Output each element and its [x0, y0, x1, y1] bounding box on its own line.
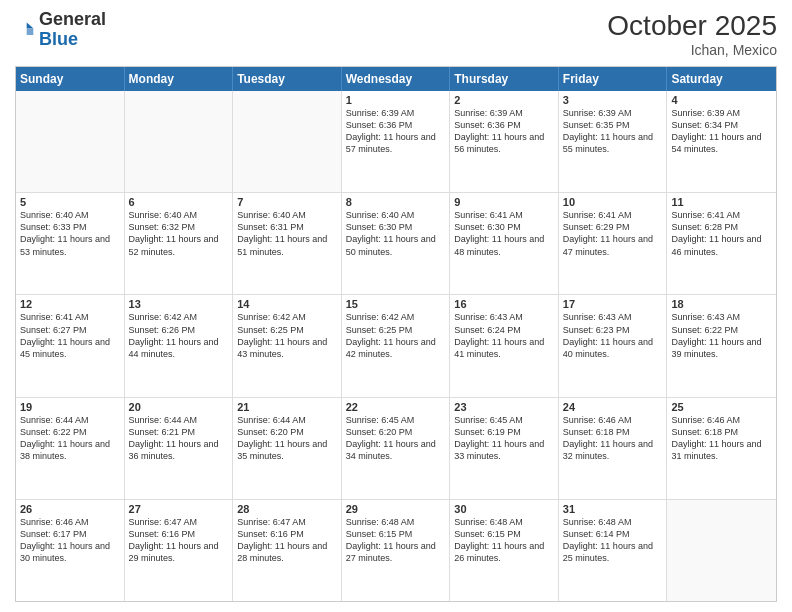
- calendar-cell: 6Sunrise: 6:40 AMSunset: 6:32 PMDaylight…: [125, 193, 234, 294]
- calendar-cell: 14Sunrise: 6:42 AMSunset: 6:25 PMDayligh…: [233, 295, 342, 396]
- cell-details: Sunrise: 6:41 AMSunset: 6:28 PMDaylight:…: [671, 209, 772, 258]
- cell-details: Sunrise: 6:46 AMSunset: 6:18 PMDaylight:…: [671, 414, 772, 463]
- day-number: 29: [346, 503, 446, 515]
- calendar: SundayMondayTuesdayWednesdayThursdayFrid…: [15, 66, 777, 602]
- calendar-cell: 19Sunrise: 6:44 AMSunset: 6:22 PMDayligh…: [16, 398, 125, 499]
- calendar-cell: 29Sunrise: 6:48 AMSunset: 6:15 PMDayligh…: [342, 500, 451, 601]
- cell-details: Sunrise: 6:39 AMSunset: 6:36 PMDaylight:…: [346, 107, 446, 156]
- calendar-cell: 11Sunrise: 6:41 AMSunset: 6:28 PMDayligh…: [667, 193, 776, 294]
- day-number: 3: [563, 94, 663, 106]
- calendar-cell: 27Sunrise: 6:47 AMSunset: 6:16 PMDayligh…: [125, 500, 234, 601]
- day-of-week-header: Sunday: [16, 67, 125, 91]
- cell-details: Sunrise: 6:39 AMSunset: 6:36 PMDaylight:…: [454, 107, 554, 156]
- cell-details: Sunrise: 6:43 AMSunset: 6:23 PMDaylight:…: [563, 311, 663, 360]
- calendar-row: 12Sunrise: 6:41 AMSunset: 6:27 PMDayligh…: [16, 295, 776, 397]
- day-of-week-header: Thursday: [450, 67, 559, 91]
- calendar-cell: 7Sunrise: 6:40 AMSunset: 6:31 PMDaylight…: [233, 193, 342, 294]
- cell-details: Sunrise: 6:42 AMSunset: 6:25 PMDaylight:…: [237, 311, 337, 360]
- calendar-cell: 13Sunrise: 6:42 AMSunset: 6:26 PMDayligh…: [125, 295, 234, 396]
- cell-details: Sunrise: 6:48 AMSunset: 6:15 PMDaylight:…: [454, 516, 554, 565]
- cell-details: Sunrise: 6:47 AMSunset: 6:16 PMDaylight:…: [237, 516, 337, 565]
- calendar-cell: 18Sunrise: 6:43 AMSunset: 6:22 PMDayligh…: [667, 295, 776, 396]
- location-subtitle: Ichan, Mexico: [607, 42, 777, 58]
- day-number: 31: [563, 503, 663, 515]
- day-number: 13: [129, 298, 229, 310]
- calendar-cell: 26Sunrise: 6:46 AMSunset: 6:17 PMDayligh…: [16, 500, 125, 601]
- cell-details: Sunrise: 6:48 AMSunset: 6:15 PMDaylight:…: [346, 516, 446, 565]
- calendar-cell: 4Sunrise: 6:39 AMSunset: 6:34 PMDaylight…: [667, 91, 776, 192]
- header: General Blue October 2025 Ichan, Mexico: [15, 10, 777, 58]
- calendar-header: SundayMondayTuesdayWednesdayThursdayFrid…: [16, 67, 776, 91]
- calendar-cell: 30Sunrise: 6:48 AMSunset: 6:15 PMDayligh…: [450, 500, 559, 601]
- cell-details: Sunrise: 6:41 AMSunset: 6:30 PMDaylight:…: [454, 209, 554, 258]
- title-block: October 2025 Ichan, Mexico: [607, 10, 777, 58]
- calendar-cell: [233, 91, 342, 192]
- cell-details: Sunrise: 6:48 AMSunset: 6:14 PMDaylight:…: [563, 516, 663, 565]
- day-number: 11: [671, 196, 772, 208]
- logo-general-text: General: [39, 9, 106, 29]
- calendar-cell: 2Sunrise: 6:39 AMSunset: 6:36 PMDaylight…: [450, 91, 559, 192]
- day-number: 4: [671, 94, 772, 106]
- cell-details: Sunrise: 6:43 AMSunset: 6:24 PMDaylight:…: [454, 311, 554, 360]
- calendar-cell: 23Sunrise: 6:45 AMSunset: 6:19 PMDayligh…: [450, 398, 559, 499]
- calendar-cell: [667, 500, 776, 601]
- day-number: 1: [346, 94, 446, 106]
- cell-details: Sunrise: 6:39 AMSunset: 6:34 PMDaylight:…: [671, 107, 772, 156]
- cell-details: Sunrise: 6:40 AMSunset: 6:31 PMDaylight:…: [237, 209, 337, 258]
- calendar-row: 1Sunrise: 6:39 AMSunset: 6:36 PMDaylight…: [16, 91, 776, 193]
- day-number: 16: [454, 298, 554, 310]
- calendar-row: 19Sunrise: 6:44 AMSunset: 6:22 PMDayligh…: [16, 398, 776, 500]
- calendar-cell: 5Sunrise: 6:40 AMSunset: 6:33 PMDaylight…: [16, 193, 125, 294]
- day-number: 17: [563, 298, 663, 310]
- cell-details: Sunrise: 6:46 AMSunset: 6:17 PMDaylight:…: [20, 516, 120, 565]
- month-year-title: October 2025: [607, 10, 777, 42]
- cell-details: Sunrise: 6:43 AMSunset: 6:22 PMDaylight:…: [671, 311, 772, 360]
- day-number: 28: [237, 503, 337, 515]
- day-of-week-header: Tuesday: [233, 67, 342, 91]
- page: General Blue October 2025 Ichan, Mexico …: [0, 0, 792, 612]
- logo: General Blue: [15, 10, 106, 50]
- calendar-row: 5Sunrise: 6:40 AMSunset: 6:33 PMDaylight…: [16, 193, 776, 295]
- day-number: 24: [563, 401, 663, 413]
- calendar-cell: 15Sunrise: 6:42 AMSunset: 6:25 PMDayligh…: [342, 295, 451, 396]
- day-number: 9: [454, 196, 554, 208]
- cell-details: Sunrise: 6:45 AMSunset: 6:20 PMDaylight:…: [346, 414, 446, 463]
- logo-text: General Blue: [39, 10, 106, 50]
- cell-details: Sunrise: 6:41 AMSunset: 6:29 PMDaylight:…: [563, 209, 663, 258]
- day-number: 21: [237, 401, 337, 413]
- day-number: 26: [20, 503, 120, 515]
- cell-details: Sunrise: 6:40 AMSunset: 6:33 PMDaylight:…: [20, 209, 120, 258]
- calendar-cell: 12Sunrise: 6:41 AMSunset: 6:27 PMDayligh…: [16, 295, 125, 396]
- day-number: 12: [20, 298, 120, 310]
- cell-details: Sunrise: 6:40 AMSunset: 6:30 PMDaylight:…: [346, 209, 446, 258]
- calendar-cell: [125, 91, 234, 192]
- calendar-cell: 28Sunrise: 6:47 AMSunset: 6:16 PMDayligh…: [233, 500, 342, 601]
- day-number: 18: [671, 298, 772, 310]
- cell-details: Sunrise: 6:45 AMSunset: 6:19 PMDaylight:…: [454, 414, 554, 463]
- cell-details: Sunrise: 6:44 AMSunset: 6:21 PMDaylight:…: [129, 414, 229, 463]
- calendar-cell: 31Sunrise: 6:48 AMSunset: 6:14 PMDayligh…: [559, 500, 668, 601]
- calendar-cell: 1Sunrise: 6:39 AMSunset: 6:36 PMDaylight…: [342, 91, 451, 192]
- calendar-body: 1Sunrise: 6:39 AMSunset: 6:36 PMDaylight…: [16, 91, 776, 601]
- cell-details: Sunrise: 6:39 AMSunset: 6:35 PMDaylight:…: [563, 107, 663, 156]
- calendar-cell: 22Sunrise: 6:45 AMSunset: 6:20 PMDayligh…: [342, 398, 451, 499]
- calendar-cell: 24Sunrise: 6:46 AMSunset: 6:18 PMDayligh…: [559, 398, 668, 499]
- calendar-cell: 10Sunrise: 6:41 AMSunset: 6:29 PMDayligh…: [559, 193, 668, 294]
- day-number: 20: [129, 401, 229, 413]
- cell-details: Sunrise: 6:42 AMSunset: 6:26 PMDaylight:…: [129, 311, 229, 360]
- day-number: 22: [346, 401, 446, 413]
- day-number: 19: [20, 401, 120, 413]
- calendar-cell: 3Sunrise: 6:39 AMSunset: 6:35 PMDaylight…: [559, 91, 668, 192]
- cell-details: Sunrise: 6:44 AMSunset: 6:22 PMDaylight:…: [20, 414, 120, 463]
- day-number: 7: [237, 196, 337, 208]
- day-of-week-header: Monday: [125, 67, 234, 91]
- calendar-cell: 8Sunrise: 6:40 AMSunset: 6:30 PMDaylight…: [342, 193, 451, 294]
- calendar-cell: 20Sunrise: 6:44 AMSunset: 6:21 PMDayligh…: [125, 398, 234, 499]
- logo-icon: [15, 20, 35, 40]
- calendar-cell: 17Sunrise: 6:43 AMSunset: 6:23 PMDayligh…: [559, 295, 668, 396]
- calendar-cell: [16, 91, 125, 192]
- day-number: 2: [454, 94, 554, 106]
- day-of-week-header: Wednesday: [342, 67, 451, 91]
- day-number: 10: [563, 196, 663, 208]
- day-number: 30: [454, 503, 554, 515]
